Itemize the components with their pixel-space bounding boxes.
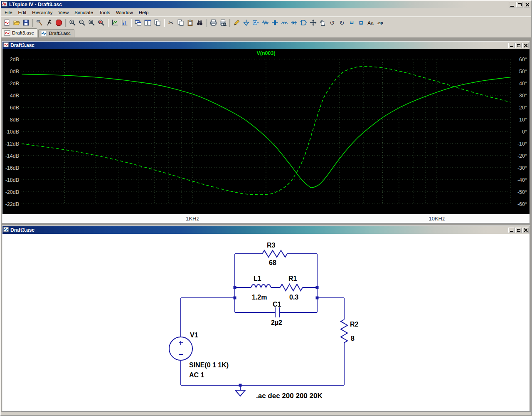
menu-hierarchy[interactable]: Hierarchy — [29, 9, 55, 16]
wire-button[interactable] — [232, 18, 241, 27]
copy-bitmap-icon — [154, 19, 161, 26]
cascade-windows-button[interactable] — [133, 18, 143, 27]
ground-symbol[interactable] — [235, 390, 245, 396]
move-button[interactable] — [308, 18, 318, 27]
control-panel-icon — [36, 19, 43, 26]
cut-button[interactable]: ✂ — [166, 18, 176, 27]
circuit-wires[interactable] — [181, 254, 344, 390]
control-panel-button[interactable] — [35, 18, 44, 27]
menu-simulate[interactable]: Simulate — [71, 9, 96, 16]
text-button[interactable]: Aa — [366, 18, 375, 27]
paste-icon — [187, 19, 194, 26]
close-icon — [524, 228, 527, 232]
svg-text:E: E — [360, 20, 363, 25]
tab-schematic[interactable]: Draft3.asc — [38, 29, 74, 37]
schematic-minimize-button[interactable] — [508, 228, 515, 233]
paste-button[interactable] — [185, 18, 195, 27]
svg-text:-14dB: -14dB — [5, 153, 19, 159]
R2-value[interactable]: 8 — [351, 335, 355, 342]
save-button[interactable] — [21, 18, 31, 27]
label-net-icon: A — [252, 19, 259, 26]
zoom-full-button[interactable] — [96, 18, 106, 27]
ground-button[interactable] — [241, 18, 251, 27]
plot-svg[interactable]: 2dB0dB-2dB-4dB-6dB-8dB-10dB-12dB-14dB-16… — [2, 49, 530, 214]
V1-label[interactable]: V1 — [190, 332, 198, 339]
open-button[interactable] — [12, 18, 21, 27]
svg-text:↻: ↻ — [339, 20, 344, 26]
svg-text:30°: 30° — [519, 93, 527, 99]
autorange-icon — [111, 19, 118, 26]
mirror-button[interactable]: EE — [356, 18, 366, 27]
title-bar: LTspice IV - Draft3.asc — [1, 1, 531, 8]
spice-directive-text[interactable]: .ac dec 200 200 20K — [256, 392, 323, 400]
menu-tools[interactable]: Tools — [96, 9, 113, 16]
R3-label[interactable]: R3 — [267, 242, 276, 249]
inductor-button[interactable] — [280, 18, 289, 27]
voltage-source-V1-symbol[interactable] — [169, 337, 192, 360]
restore-icon — [518, 3, 522, 6]
V1-ac-spec[interactable]: AC 1 — [189, 371, 204, 379]
trace-label[interactable]: V(n003) — [256, 50, 275, 56]
spice-directive-button[interactable]: .op — [375, 18, 385, 27]
halt-button[interactable] — [54, 18, 64, 27]
schematic-maximize-button[interactable] — [515, 228, 522, 233]
R3-value[interactable]: 68 — [269, 259, 276, 266]
waveform-minimize-button[interactable] — [508, 43, 515, 48]
menu-window[interactable]: Window — [113, 9, 136, 16]
find-button[interactable] — [195, 18, 204, 27]
wire-icon — [233, 19, 240, 26]
tile-windows-button[interactable] — [143, 18, 153, 27]
waveform-maximize-button[interactable] — [515, 43, 522, 48]
copy-button[interactable] — [176, 18, 185, 27]
undo-button[interactable]: ↺ — [328, 18, 337, 27]
schematic-canvas[interactable]: R3 68 L1 1.2m R1 0.3 C1 2µ2 R2 8 V1 SINE… — [2, 234, 530, 411]
L1-value[interactable]: 1.2m — [252, 294, 267, 301]
menu-help[interactable]: Help — [136, 9, 152, 16]
plot-grid — [22, 59, 510, 204]
resistor-R1-symbol[interactable] — [280, 284, 303, 291]
diode-button[interactable] — [289, 18, 299, 27]
minimize-button[interactable] — [509, 2, 515, 7]
print-button[interactable] — [209, 18, 218, 27]
plot-settings-button[interactable] — [120, 18, 129, 27]
close-button[interactable] — [524, 2, 530, 7]
V1-sine-spec[interactable]: SINE(0 1 1K) — [189, 362, 229, 369]
zoom-in-button[interactable] — [68, 18, 77, 27]
capacitor-C1-symbol[interactable] — [275, 307, 279, 317]
new-schematic-button[interactable] — [2, 18, 12, 27]
capacitor-button[interactable] — [270, 18, 280, 27]
tab-waveform[interactable]: Draft3.asc — [2, 28, 37, 37]
C1-label[interactable]: C1 — [273, 301, 281, 308]
R1-value[interactable]: 0.3 — [289, 294, 298, 301]
run-button[interactable] — [44, 18, 54, 27]
component-button[interactable] — [299, 18, 308, 27]
print-preview-button[interactable] — [218, 18, 228, 27]
waveform-titlebar[interactable]: Draft3.asc — [2, 42, 530, 49]
inductor-L1-symbol[interactable] — [251, 285, 271, 288]
restore-button[interactable] — [516, 2, 523, 7]
C1-value[interactable]: 2µ2 — [271, 319, 282, 326]
copy-bitmap-button[interactable] — [153, 18, 162, 27]
schematic-titlebar[interactable]: Draft3.asc — [2, 226, 530, 234]
resistor-button[interactable] — [261, 18, 270, 27]
rotate-button[interactable]: E — [347, 18, 356, 27]
svg-text:-40°: -40° — [517, 177, 527, 183]
waveform-close-button[interactable] — [522, 43, 529, 48]
zoom-area-button[interactable] — [87, 18, 96, 27]
svg-text:Aa: Aa — [367, 20, 374, 25]
drag-button[interactable] — [318, 18, 328, 27]
menu-file[interactable]: File — [2, 9, 15, 16]
resistor-R3-symbol[interactable] — [262, 250, 287, 257]
menu-edit[interactable]: Edit — [15, 9, 30, 16]
L1-label[interactable]: L1 — [254, 275, 261, 282]
R1-label[interactable]: R1 — [288, 275, 297, 282]
redo-button[interactable]: ↻ — [337, 18, 347, 27]
label-net-button[interactable]: A — [251, 18, 261, 27]
schematic-close-button[interactable] — [522, 228, 529, 233]
minimize-icon — [510, 46, 513, 47]
resistor-R2-symbol[interactable] — [341, 319, 347, 343]
autorange-button[interactable] — [110, 18, 120, 27]
R2-label[interactable]: R2 — [350, 321, 359, 328]
zoom-back-button[interactable] — [77, 18, 87, 27]
menu-view[interactable]: View — [56, 9, 72, 16]
